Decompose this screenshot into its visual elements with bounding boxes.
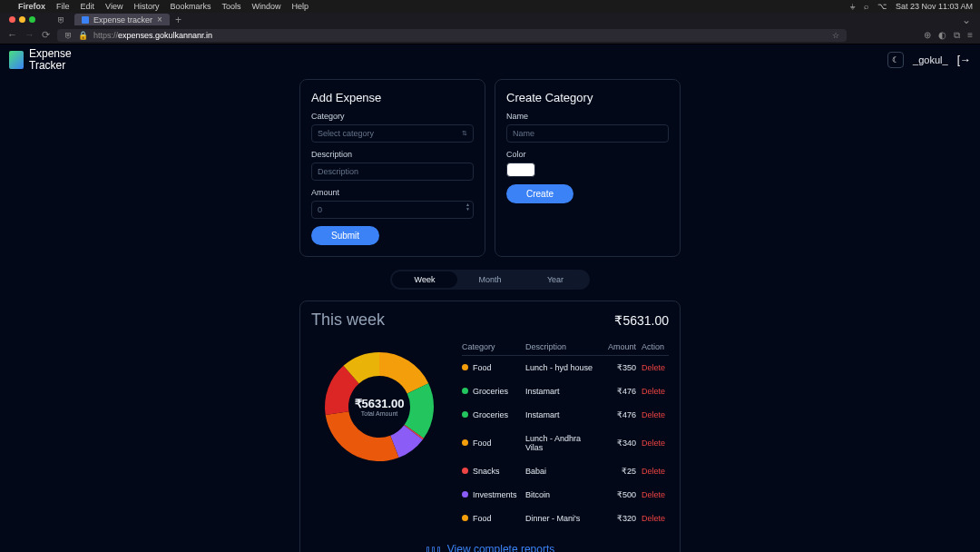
table-row: Food Lunch - Andhra Vilas ₹340 Delete <box>462 427 669 459</box>
delete-button[interactable]: Delete <box>642 387 665 396</box>
category-dot <box>462 411 468 418</box>
brand-line2: Tracker <box>29 59 65 72</box>
tab-month[interactable]: Month <box>457 271 523 288</box>
reload-icon[interactable]: ⟳ <box>42 29 50 41</box>
delete-button[interactable]: Delete <box>642 514 665 523</box>
donut-amount: ₹5631.00 <box>355 397 405 410</box>
amount-label: Amount <box>311 188 474 197</box>
theme-toggle-button[interactable]: ☾ <box>887 52 904 68</box>
table-row: Snacks Babai ₹25 Delete <box>462 459 669 483</box>
col-action: Action <box>636 342 669 351</box>
row-amount: ₹476 <box>600 387 636 396</box>
create-button[interactable]: Create <box>506 184 573 203</box>
col-description: Description <box>525 342 600 351</box>
search-icon[interactable]: ⌕ <box>864 2 868 11</box>
row-description: Dinner - Mani's <box>525 514 600 523</box>
row-category: Food <box>473 363 492 372</box>
back-icon[interactable]: ← <box>7 29 17 41</box>
url-prefix: https:// <box>93 31 118 40</box>
category-select[interactable]: Select category ⇅ <box>311 124 474 143</box>
menu-icon[interactable]: ≡ <box>967 30 973 41</box>
chevron-updown-icon: ⇅ <box>462 130 467 137</box>
forward-icon[interactable]: → <box>24 29 34 41</box>
amount-input[interactable] <box>311 201 474 219</box>
table-row: Groceries Instamart ₹476 Delete <box>462 403 669 427</box>
delete-button[interactable]: Delete <box>642 467 665 476</box>
category-dot <box>462 388 468 394</box>
row-category: Snacks <box>473 467 500 476</box>
clock[interactable]: Sat 23 Nov 11:03 AM <box>896 2 973 11</box>
expenses-table: Category Description Amount Action Food … <box>462 339 669 530</box>
tab-favicon <box>82 16 89 24</box>
extensions-icon[interactable]: ⧉ <box>954 30 960 41</box>
delete-button[interactable]: Delete <box>642 363 665 372</box>
row-amount: ₹25 <box>600 467 636 476</box>
reports-link-text: View complete reports <box>447 543 555 552</box>
browser-toolbar: ← → ⟳ ⛨ 🔒 https://expenses.gokulkannanr.… <box>0 26 980 44</box>
category-label: Category <box>311 112 474 121</box>
username: _gokul_ <box>913 54 948 65</box>
table-row: Food Dinner - Mani's ₹320 Delete <box>462 507 669 530</box>
new-tab-button[interactable]: + <box>175 14 181 26</box>
row-category: Food <box>473 439 492 448</box>
row-description: Instamart <box>525 410 600 419</box>
shield-icon[interactable]: ⛨ <box>57 15 65 25</box>
row-category: Investments <box>473 490 517 499</box>
week-title: This week <box>311 310 385 330</box>
brand-logo[interactable]: ExpenseTracker <box>9 48 72 72</box>
url-bar[interactable]: ⛨ 🔒 https://expenses.gokulkannanr.in ☆ <box>57 29 847 42</box>
tab-week[interactable]: Week <box>392 271 457 288</box>
delete-button[interactable]: Delete <box>642 439 665 448</box>
menu-history[interactable]: History <box>133 2 159 11</box>
description-label: Description <box>311 150 474 159</box>
amount-stepper[interactable]: ▲▼ <box>466 202 470 212</box>
submit-button[interactable]: Submit <box>311 226 379 245</box>
table-row: Food Lunch - hyd house ₹350 Delete <box>462 356 669 380</box>
view-reports-link[interactable]: ⫾⫾⫾ View complete reports <box>311 543 669 552</box>
menu-file[interactable]: File <box>56 2 70 11</box>
window-minimize-icon[interactable] <box>19 16 25 23</box>
menu-bookmarks[interactable]: Bookmarks <box>170 2 211 11</box>
shield-tracking-icon[interactable]: ⛨ <box>64 31 73 40</box>
menu-tools[interactable]: Tools <box>221 2 240 11</box>
url-domain: expenses.gokulkannanr.in <box>118 31 212 40</box>
menu-help[interactable]: Help <box>291 2 309 11</box>
account-icon[interactable]: ◐ <box>938 30 946 41</box>
tab-title: Expense tracker <box>93 15 152 25</box>
col-category: Category <box>462 342 525 351</box>
star-icon[interactable]: ☆ <box>832 31 839 40</box>
period-tabs: Week Month Year <box>390 270 590 290</box>
donut-chart: ₹5631.00 Total Amount <box>320 348 438 466</box>
tab-year[interactable]: Year <box>523 271 588 288</box>
category-dot <box>462 364 468 370</box>
row-description: Lunch - hyd house <box>525 363 600 372</box>
create-category-card: Create Category Name Color Create <box>495 79 681 257</box>
logout-icon[interactable]: [→ <box>957 54 971 66</box>
browser-tab[interactable]: Expense tracker × <box>74 14 170 25</box>
tabs-dropdown-icon[interactable]: ⌄ <box>962 14 976 26</box>
moon-icon: ☾ <box>892 55 899 64</box>
window-close-icon[interactable] <box>9 16 15 23</box>
menu-firefox[interactable]: Firefox <box>18 2 45 11</box>
wifi-icon[interactable]: ⏚ <box>850 2 855 11</box>
name-input[interactable] <box>506 124 669 143</box>
control-center-icon[interactable]: ⌥ <box>877 2 887 11</box>
row-amount: ₹500 <box>600 490 636 499</box>
lock-icon: 🔒 <box>78 31 88 40</box>
category-dot <box>462 491 468 498</box>
logo-icon <box>9 51 24 69</box>
macos-menubar: Firefox File Edit View History Bookmarks… <box>0 0 980 13</box>
window-zoom-icon[interactable] <box>29 16 35 23</box>
extension-icon[interactable]: ⊕ <box>924 30 931 41</box>
menu-edit[interactable]: Edit <box>81 2 95 11</box>
table-row: Investments Bitcoin ₹500 Delete <box>462 483 669 507</box>
donut-label: Total Amount <box>355 410 405 417</box>
row-category: Groceries <box>473 387 508 396</box>
menu-window[interactable]: Window <box>251 2 280 11</box>
description-input[interactable] <box>311 163 474 181</box>
menu-view[interactable]: View <box>105 2 122 11</box>
close-icon[interactable]: × <box>157 15 162 25</box>
color-picker[interactable] <box>506 163 535 177</box>
delete-button[interactable]: Delete <box>642 410 665 419</box>
delete-button[interactable]: Delete <box>642 490 665 499</box>
